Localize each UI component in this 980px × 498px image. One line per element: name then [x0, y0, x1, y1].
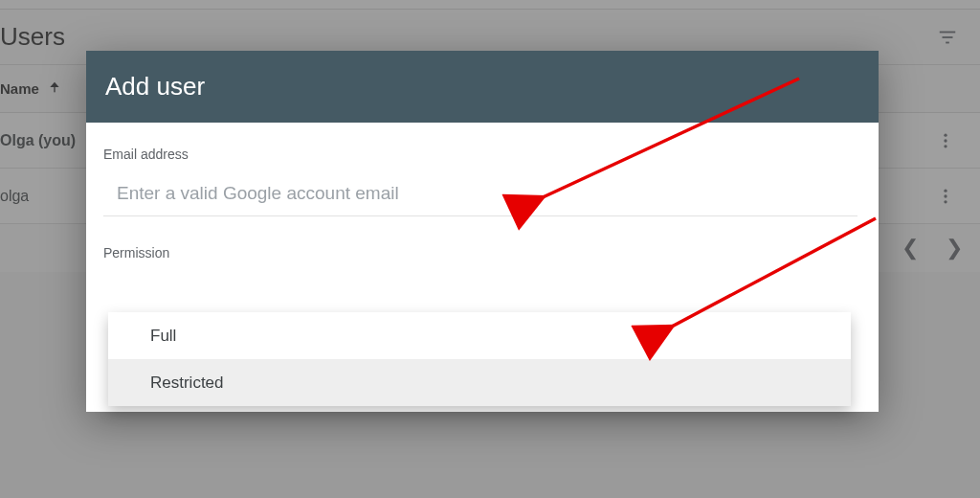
dialog-title: Add user	[105, 72, 205, 102]
option-label: Restricted	[150, 374, 224, 393]
permission-dropdown: Full Restricted	[108, 312, 851, 406]
permission-option-full[interactable]: Full	[108, 312, 851, 359]
email-input[interactable]	[103, 179, 858, 216]
email-label: Email address	[103, 147, 858, 162]
permission-option-restricted[interactable]: Restricted	[108, 359, 851, 406]
permission-label: Permission	[103, 245, 858, 260]
option-label: Full	[150, 327, 176, 346]
